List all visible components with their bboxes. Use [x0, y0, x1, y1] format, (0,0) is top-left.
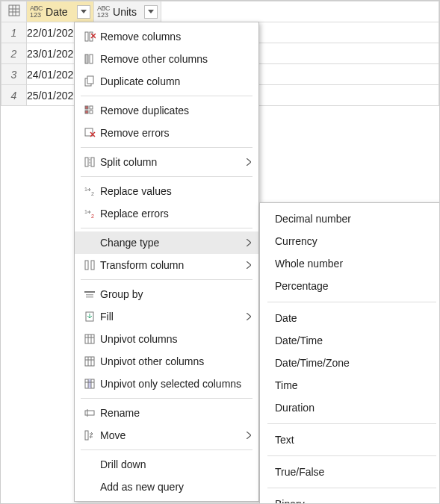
menu-label: Split column [99, 156, 244, 168]
submenu-datetimezone[interactable]: Date/Time/Zone [260, 352, 440, 374]
row-number[interactable]: 3 [1, 64, 27, 85]
move-icon [81, 429, 99, 441]
svg-rect-42 [88, 379, 91, 388]
menu-label: Transform column [99, 259, 244, 271]
menu-label: Percentage [273, 280, 436, 292]
svg-rect-14 [85, 111, 88, 113]
column-header-units[interactable]: ABC123 Units [94, 1, 161, 22]
svg-rect-12 [87, 76, 93, 84]
menu-separator [81, 398, 252, 399]
menu-label: Remove errors [99, 127, 251, 139]
menu-label: Duration [273, 402, 436, 414]
row-number[interactable]: 1 [1, 22, 27, 43]
menu-remove-errors[interactable]: Remove errors [75, 122, 258, 144]
menu-change-type[interactable]: Change type [75, 231, 258, 254]
rename-icon [81, 407, 99, 419]
menu-replace-values[interactable]: 12 Replace values [75, 180, 258, 202]
menu-duplicate-column[interactable]: Duplicate column [75, 70, 258, 93]
remove-other-columns-icon [81, 53, 99, 65]
menu-move[interactable]: Move [75, 424, 258, 447]
svg-rect-30 [86, 294, 93, 296]
menu-label: Rename [99, 407, 251, 419]
remove-columns-icon [81, 31, 99, 43]
menu-replace-errors[interactable]: 12 Replace errors [75, 202, 258, 225]
svg-rect-33 [85, 335, 94, 343]
column-filter-button[interactable] [144, 5, 158, 19]
menu-split-column[interactable]: Split column [75, 151, 258, 173]
unpivot-other-icon [81, 355, 99, 367]
svg-rect-29 [84, 291, 95, 293]
submenu-currency[interactable]: Currency [260, 230, 440, 252]
menu-drill-down[interactable]: Drill down [75, 453, 258, 476]
table-corner[interactable] [1, 1, 27, 22]
menu-label: Time [273, 379, 436, 391]
menu-separator [267, 488, 436, 488]
menu-label: Replace values [99, 185, 251, 197]
submenu-binary[interactable]: Binary [260, 493, 440, 504]
menu-unpivot-columns[interactable]: Unpivot columns [75, 328, 258, 350]
split-column-icon [81, 156, 99, 168]
chevron-right-icon [244, 432, 251, 439]
svg-rect-13 [85, 106, 88, 109]
svg-text:1: 1 [84, 187, 87, 192]
menu-separator [81, 147, 252, 148]
submenu-date[interactable]: Date [260, 307, 440, 329]
change-type-submenu: Decimal number Currency Whole number Per… [259, 202, 440, 504]
replace-values-icon: 12 [81, 185, 99, 197]
menu-label: Unpivot other columns [99, 355, 251, 367]
menu-label: Date [273, 312, 436, 324]
menu-label: Fill [99, 311, 244, 323]
menu-label: Text [273, 434, 436, 446]
svg-rect-37 [85, 357, 94, 366]
submenu-decimal[interactable]: Decimal number [260, 208, 440, 230]
row-number[interactable]: 4 [1, 85, 27, 106]
duplicate-column-icon [81, 75, 99, 87]
column-filter-button[interactable] [77, 5, 90, 19]
context-menu: Remove columns Remove other columns Dupl… [74, 22, 259, 502]
svg-rect-20 [85, 158, 88, 167]
menu-unpivot-selected[interactable]: Unpivot only selected columns [75, 373, 258, 395]
remove-duplicates-icon [81, 105, 99, 116]
chevron-down-icon [81, 10, 87, 13]
row-number[interactable]: 2 [1, 43, 27, 64]
menu-label: Remove duplicates [99, 105, 251, 116]
column-label: Date [46, 6, 74, 18]
menu-label: Date/Time [273, 335, 436, 346]
menu-fill[interactable]: Fill [75, 305, 258, 328]
unpivot-selected-icon [81, 378, 99, 390]
table-icon [8, 4, 20, 16]
svg-rect-48 [85, 431, 88, 440]
menu-label: Change type [99, 237, 244, 249]
submenu-percentage[interactable]: Percentage [260, 275, 440, 297]
svg-rect-46 [85, 411, 94, 415]
menu-label: Decimal number [273, 213, 436, 225]
column-header-date[interactable]: ABC123 Date [27, 1, 94, 22]
submenu-duration[interactable]: Duration [260, 396, 440, 419]
submenu-datetime[interactable]: Date/Time [260, 329, 440, 352]
menu-label: Group by [99, 288, 251, 300]
submenu-whole[interactable]: Whole number [260, 252, 440, 275]
svg-rect-10 [90, 55, 93, 63]
menu-add-as-new-query[interactable]: Add as new query [75, 476, 258, 498]
menu-separator [267, 455, 436, 456]
submenu-text[interactable]: Text [260, 429, 440, 451]
menu-remove-duplicates[interactable]: Remove duplicates [75, 99, 258, 122]
submenu-time[interactable]: Time [260, 374, 440, 396]
menu-remove-columns[interactable]: Remove columns [75, 25, 258, 48]
unpivot-icon [81, 333, 99, 345]
svg-rect-16 [90, 111, 93, 113]
submenu-truefalse[interactable]: True/False [260, 461, 440, 483]
chevron-right-icon [244, 313, 251, 320]
menu-label: Add as new query [99, 481, 251, 493]
column-spacer [161, 1, 439, 22]
menu-separator [81, 96, 252, 96]
menu-rename[interactable]: Rename [75, 402, 258, 424]
menu-unpivot-other-columns[interactable]: Unpivot other columns [75, 350, 258, 373]
transform-column-icon [81, 259, 99, 271]
menu-label: Unpivot only selected columns [99, 378, 251, 390]
abc-123-icon: ABC123 [97, 5, 110, 19]
svg-rect-0 [9, 5, 19, 16]
menu-remove-other-columns[interactable]: Remove other columns [75, 48, 258, 70]
menu-transform-column[interactable]: Transform column [75, 254, 258, 276]
menu-group-by[interactable]: Group by [75, 283, 258, 305]
